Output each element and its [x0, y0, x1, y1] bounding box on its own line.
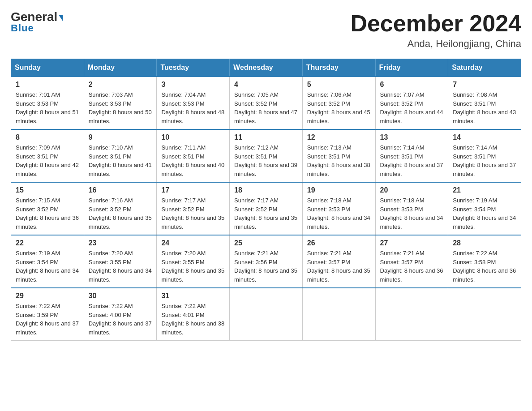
day-info: Sunrise: 7:17 AMSunset: 3:52 PMDaylight:… — [161, 196, 225, 231]
calendar-cell: 6Sunrise: 7:07 AMSunset: 3:52 PMDaylight… — [375, 77, 448, 129]
header-sunday: Sunday — [11, 59, 84, 77]
calendar-cell: 15Sunrise: 7:15 AMSunset: 3:52 PMDayligh… — [11, 182, 84, 235]
calendar-cell: 25Sunrise: 7:21 AMSunset: 3:56 PMDayligh… — [230, 235, 303, 288]
day-number: 15 — [16, 186, 79, 194]
calendar-cell: 5Sunrise: 7:06 AMSunset: 3:52 PMDaylight… — [302, 77, 375, 129]
day-number: 28 — [453, 239, 516, 247]
day-number: 20 — [380, 186, 444, 194]
day-number: 14 — [453, 133, 516, 141]
day-info: Sunrise: 7:14 AMSunset: 3:51 PMDaylight:… — [380, 143, 444, 178]
day-info: Sunrise: 7:03 AMSunset: 3:53 PMDaylight:… — [89, 90, 152, 125]
title-block: December 2024 Anda, Heilongjiang, China — [350, 11, 521, 50]
day-info: Sunrise: 7:22 AMSunset: 4:01 PMDaylight:… — [161, 302, 225, 337]
day-info: Sunrise: 7:16 AMSunset: 3:52 PMDaylight:… — [89, 196, 152, 231]
calendar-cell — [448, 288, 521, 341]
day-number: 17 — [161, 186, 225, 194]
day-info: Sunrise: 7:19 AMSunset: 3:54 PMDaylight:… — [16, 249, 79, 284]
day-info: Sunrise: 7:11 AMSunset: 3:51 PMDaylight:… — [161, 143, 225, 178]
calendar-cell: 21Sunrise: 7:19 AMSunset: 3:54 PMDayligh… — [448, 182, 521, 235]
header-friday: Friday — [375, 59, 448, 77]
calendar-week-row: 22Sunrise: 7:19 AMSunset: 3:54 PMDayligh… — [11, 235, 521, 288]
day-info: Sunrise: 7:19 AMSunset: 3:54 PMDaylight:… — [453, 196, 516, 231]
day-number: 18 — [234, 186, 298, 194]
calendar-header-row: SundayMondayTuesdayWednesdayThursdayFrid… — [11, 59, 521, 77]
header-tuesday: Tuesday — [157, 59, 230, 77]
calendar-cell: 23Sunrise: 7:20 AMSunset: 3:55 PMDayligh… — [84, 235, 157, 288]
calendar-cell: 9Sunrise: 7:10 AMSunset: 3:51 PMDaylight… — [84, 129, 157, 182]
calendar-cell: 8Sunrise: 7:09 AMSunset: 3:51 PMDaylight… — [11, 129, 84, 182]
day-info: Sunrise: 7:10 AMSunset: 3:51 PMDaylight:… — [89, 143, 152, 178]
day-info: Sunrise: 7:22 AMSunset: 3:59 PMDaylight:… — [16, 302, 79, 337]
day-number: 23 — [89, 239, 152, 247]
calendar-cell: 31Sunrise: 7:22 AMSunset: 4:01 PMDayligh… — [157, 288, 230, 341]
day-number: 4 — [234, 81, 298, 89]
logo-blue: Blue — [11, 22, 34, 34]
day-info: Sunrise: 7:09 AMSunset: 3:51 PMDaylight:… — [16, 143, 79, 178]
calendar-week-row: 8Sunrise: 7:09 AMSunset: 3:51 PMDaylight… — [11, 129, 521, 182]
month-title: December 2024 — [350, 11, 521, 36]
day-number: 9 — [89, 133, 152, 141]
day-number: 5 — [307, 81, 371, 89]
location-subtitle: Anda, Heilongjiang, China — [350, 38, 521, 50]
calendar-cell: 10Sunrise: 7:11 AMSunset: 3:51 PMDayligh… — [157, 129, 230, 182]
day-info: Sunrise: 7:20 AMSunset: 3:55 PMDaylight:… — [89, 249, 152, 284]
day-number: 21 — [453, 186, 516, 194]
calendar-cell — [230, 288, 303, 341]
day-info: Sunrise: 7:21 AMSunset: 3:57 PMDaylight:… — [307, 249, 371, 284]
day-number: 27 — [380, 239, 444, 247]
day-number: 13 — [380, 133, 444, 141]
day-number: 8 — [16, 133, 79, 141]
day-number: 1 — [16, 81, 79, 89]
day-number: 29 — [16, 292, 79, 300]
calendar-cell — [375, 288, 448, 341]
day-info: Sunrise: 7:07 AMSunset: 3:52 PMDaylight:… — [380, 90, 444, 125]
header-wednesday: Wednesday — [230, 59, 303, 77]
day-info: Sunrise: 7:21 AMSunset: 3:57 PMDaylight:… — [380, 249, 444, 284]
calendar-cell: 22Sunrise: 7:19 AMSunset: 3:54 PMDayligh… — [11, 235, 84, 288]
calendar-cell: 20Sunrise: 7:18 AMSunset: 3:53 PMDayligh… — [375, 182, 448, 235]
day-info: Sunrise: 7:12 AMSunset: 3:51 PMDaylight:… — [234, 143, 298, 178]
calendar-cell: 26Sunrise: 7:21 AMSunset: 3:57 PMDayligh… — [302, 235, 375, 288]
day-number: 31 — [161, 292, 225, 300]
calendar-cell: 2Sunrise: 7:03 AMSunset: 3:53 PMDaylight… — [84, 77, 157, 129]
calendar-cell: 27Sunrise: 7:21 AMSunset: 3:57 PMDayligh… — [375, 235, 448, 288]
calendar-cell: 3Sunrise: 7:04 AMSunset: 3:53 PMDaylight… — [157, 77, 230, 129]
day-info: Sunrise: 7:08 AMSunset: 3:51 PMDaylight:… — [453, 90, 516, 125]
day-info: Sunrise: 7:20 AMSunset: 3:55 PMDaylight:… — [161, 249, 225, 284]
day-number: 3 — [161, 81, 225, 89]
calendar-cell: 24Sunrise: 7:20 AMSunset: 3:55 PMDayligh… — [157, 235, 230, 288]
calendar-table: SundayMondayTuesdayWednesdayThursdayFrid… — [11, 59, 521, 341]
calendar-cell: 13Sunrise: 7:14 AMSunset: 3:51 PMDayligh… — [375, 129, 448, 182]
day-info: Sunrise: 7:15 AMSunset: 3:52 PMDaylight:… — [16, 196, 79, 231]
calendar-cell: 19Sunrise: 7:18 AMSunset: 3:53 PMDayligh… — [302, 182, 375, 235]
day-info: Sunrise: 7:06 AMSunset: 3:52 PMDaylight:… — [307, 90, 371, 125]
calendar-cell: 12Sunrise: 7:13 AMSunset: 3:51 PMDayligh… — [302, 129, 375, 182]
day-info: Sunrise: 7:13 AMSunset: 3:51 PMDaylight:… — [307, 143, 371, 178]
day-info: Sunrise: 7:04 AMSunset: 3:53 PMDaylight:… — [161, 90, 225, 125]
calendar-cell: 4Sunrise: 7:05 AMSunset: 3:52 PMDaylight… — [230, 77, 303, 129]
day-number: 22 — [16, 239, 79, 247]
calendar-week-row: 1Sunrise: 7:01 AMSunset: 3:53 PMDaylight… — [11, 77, 521, 129]
day-info: Sunrise: 7:14 AMSunset: 3:51 PMDaylight:… — [453, 143, 516, 178]
day-number: 25 — [234, 239, 298, 247]
logo: General Blue — [11, 11, 63, 34]
calendar-cell: 28Sunrise: 7:22 AMSunset: 3:58 PMDayligh… — [448, 235, 521, 288]
day-number: 6 — [380, 81, 444, 89]
day-info: Sunrise: 7:01 AMSunset: 3:53 PMDaylight:… — [16, 90, 79, 125]
day-info: Sunrise: 7:17 AMSunset: 3:52 PMDaylight:… — [234, 196, 298, 231]
day-number: 12 — [307, 133, 371, 141]
calendar-cell — [302, 288, 375, 341]
day-number: 11 — [234, 133, 298, 141]
calendar-cell: 18Sunrise: 7:17 AMSunset: 3:52 PMDayligh… — [230, 182, 303, 235]
calendar-cell: 17Sunrise: 7:17 AMSunset: 3:52 PMDayligh… — [157, 182, 230, 235]
day-number: 30 — [89, 292, 152, 300]
calendar-week-row: 29Sunrise: 7:22 AMSunset: 3:59 PMDayligh… — [11, 288, 521, 341]
calendar-cell: 29Sunrise: 7:22 AMSunset: 3:59 PMDayligh… — [11, 288, 84, 341]
day-number: 26 — [307, 239, 371, 247]
day-number: 24 — [161, 239, 225, 247]
day-number: 7 — [453, 81, 516, 89]
day-info: Sunrise: 7:21 AMSunset: 3:56 PMDaylight:… — [234, 249, 298, 284]
logo-text: General — [11, 11, 63, 23]
day-info: Sunrise: 7:18 AMSunset: 3:53 PMDaylight:… — [307, 196, 371, 231]
calendar-cell: 11Sunrise: 7:12 AMSunset: 3:51 PMDayligh… — [230, 129, 303, 182]
